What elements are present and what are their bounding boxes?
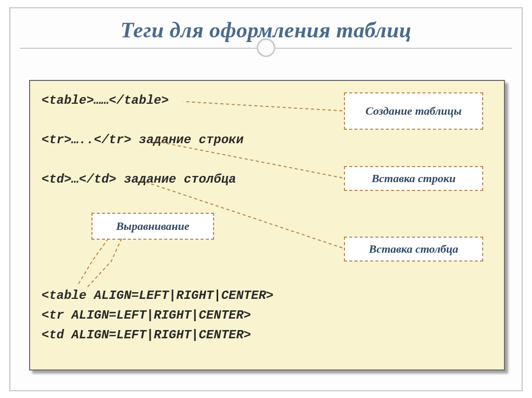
callout-alignment: Выравнивание [91, 213, 214, 240]
code-line-align-tr: <tr ALIGN=LEFT|RIGHT|CENTER> [42, 308, 251, 322]
callout-create-table: Создание таблицы [344, 92, 483, 130]
divider-circle-icon [257, 38, 275, 57]
callout-insert-col: Вставка столбца [344, 237, 483, 262]
callout-insert-row: Вставка строки [344, 166, 483, 191]
code-line-tr: <tr>…..</tr> задание строки [42, 133, 244, 147]
code-line-align-table: <table ALIGN=LEFT|RIGHT|CENTER> [42, 289, 273, 303]
svg-line-0 [183, 102, 342, 111]
code-line-td: <td>…</td> задание столбца [42, 172, 236, 186]
content-panel: <table>……</table> <tr>…..</tr> задание с… [29, 80, 505, 370]
code-line-table: <table>……</table> [42, 93, 169, 107]
slide-frame: Теги для оформления таблиц <table>……</ta… [9, 7, 523, 391]
code-line-align-td: <td ALIGN=LEFT|RIGHT|CENTER> [42, 328, 251, 342]
title-divider [10, 48, 522, 62]
